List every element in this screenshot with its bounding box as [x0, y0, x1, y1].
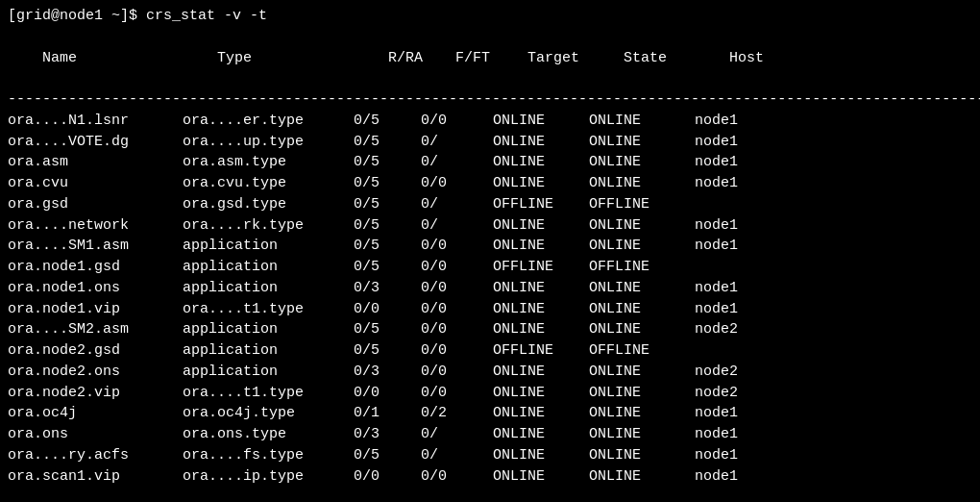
table-row: ora....N1.lsnr ora....er.type 0/5 0/0 ON…	[8, 111, 972, 132]
table-row: ora....network ora....rk.type 0/5 0/ ONL…	[8, 215, 972, 237]
command-line: [grid@node1 ~]$ crs_stat -v -t	[8, 6, 972, 27]
table-header: NameTypeR/RAF/FTTargetStateHost	[8, 27, 972, 89]
cell-target: OFFLINE	[493, 257, 589, 278]
bottom-prompt: [grid@node1 ~]$	[8, 487, 972, 502]
cell-host: node2	[695, 319, 738, 340]
cell-type: application	[183, 340, 354, 362]
cell-host: node2	[695, 362, 738, 383]
cell-fft: 0/	[421, 445, 493, 466]
cell-state: ONLINE	[589, 111, 695, 132]
cell-type: application	[183, 257, 354, 278]
cell-name: ora.node1.gsd	[8, 257, 183, 278]
cell-name: ora....VOTE.dg	[8, 132, 183, 153]
table-row: ora.node1.gsd application 0/5 0/0 OFFLIN…	[8, 257, 972, 278]
cell-rra: 0/1	[354, 403, 421, 424]
table-row: ora.asm ora.asm.type 0/5 0/ ONLINE ONLIN…	[8, 152, 972, 173]
cell-state: ONLINE	[589, 215, 695, 237]
cell-state: ONLINE	[589, 403, 695, 424]
cell-fft: 0/0	[421, 111, 493, 132]
cell-name: ora.node1.vip	[8, 299, 183, 320]
cell-name: ora.node2.gsd	[8, 340, 183, 362]
cell-state: ONLINE	[589, 152, 695, 173]
cell-type: application	[183, 278, 354, 299]
header-fft: F/FT	[455, 48, 527, 69]
cell-name: ora....SM1.asm	[8, 236, 183, 257]
cell-state: OFFLINE	[589, 194, 695, 215]
cell-type: ora.gsd.type	[183, 194, 354, 215]
cell-name: ora....SM2.asm	[8, 319, 183, 340]
cell-type: application	[183, 362, 354, 383]
table-row: ora....SM1.asm application 0/5 0/0 ONLIN…	[8, 236, 972, 257]
cell-target: ONLINE	[493, 132, 589, 153]
cell-target: ONLINE	[493, 362, 589, 383]
cell-type: application	[183, 319, 354, 340]
cell-type: ora....er.type	[183, 111, 354, 132]
cell-rra: 0/0	[354, 383, 421, 404]
table-row: ora....ry.acfs ora....fs.type 0/5 0/ ONL…	[8, 445, 972, 466]
cell-type: ora.asm.type	[183, 152, 354, 173]
cell-type: application	[183, 236, 354, 257]
cell-fft: 0/	[421, 424, 493, 445]
cell-rra: 0/5	[354, 173, 421, 194]
cell-state: OFFLINE	[589, 257, 695, 278]
cell-state: ONLINE	[589, 383, 695, 404]
cell-host: node1	[695, 445, 738, 466]
table-row: ora....SM2.asm application 0/5 0/0 ONLIN…	[8, 319, 972, 340]
cell-target: ONLINE	[493, 236, 589, 257]
cell-host: node1	[695, 466, 738, 488]
cell-name: ora.node2.ons	[8, 362, 183, 383]
cell-target: ONLINE	[493, 383, 589, 404]
table-row: ora.node2.ons application 0/3 0/0 ONLINE…	[8, 362, 972, 383]
cell-fft: 0/2	[421, 403, 493, 424]
cell-target: ONLINE	[493, 173, 589, 194]
cell-rra: 0/5	[354, 132, 421, 153]
header-target: Target	[527, 48, 624, 69]
cell-type: ora.ons.type	[183, 424, 354, 445]
cell-target: ONLINE	[493, 215, 589, 237]
cell-fft: 0/0	[421, 236, 493, 257]
cell-target: ONLINE	[493, 111, 589, 132]
cell-rra: 0/0	[354, 299, 421, 320]
cell-rra: 0/5	[354, 319, 421, 340]
cell-rra: 0/5	[354, 215, 421, 237]
table-row: ora.cvu ora.cvu.type 0/5 0/0 ONLINE ONLI…	[8, 173, 972, 194]
cell-state: ONLINE	[589, 278, 695, 299]
cell-type: ora.cvu.type	[183, 173, 354, 194]
cell-target: OFFLINE	[493, 194, 589, 215]
cell-fft: 0/0	[421, 362, 493, 383]
cell-fft: 0/0	[421, 340, 493, 362]
header-host: Host	[729, 48, 764, 69]
table-row: ora....VOTE.dg ora....up.type 0/5 0/ ONL…	[8, 132, 972, 153]
cell-state: ONLINE	[589, 299, 695, 320]
cell-target: ONLINE	[493, 466, 589, 488]
table-body: ora....N1.lsnr ora....er.type 0/5 0/0 ON…	[8, 111, 972, 488]
cell-type: ora.oc4j.type	[183, 403, 354, 424]
cell-state: ONLINE	[589, 132, 695, 153]
cell-fft: 0/	[421, 215, 493, 237]
header-rra: R/RA	[388, 48, 455, 69]
table-row: ora.node1.ons application 0/3 0/0 ONLINE…	[8, 278, 972, 299]
table-row: ora.scan1.vip ora....ip.type 0/0 0/0 ONL…	[8, 466, 972, 488]
cell-type: ora....ip.type	[183, 466, 354, 488]
header-type: Type	[217, 48, 388, 69]
cell-rra: 0/3	[354, 424, 421, 445]
cell-type: ora....rk.type	[183, 215, 354, 237]
cell-state: ONLINE	[589, 319, 695, 340]
cell-state: ONLINE	[589, 466, 695, 488]
cell-fft: 0/	[421, 132, 493, 153]
table-row: ora.node1.vip ora....t1.type 0/0 0/0 ONL…	[8, 299, 972, 320]
cell-type: ora....t1.type	[183, 299, 354, 320]
cell-target: ONLINE	[493, 445, 589, 466]
cell-host: node1	[695, 424, 738, 445]
cell-type: ora....up.type	[183, 132, 354, 153]
table-row: ora.node2.vip ora....t1.type 0/0 0/0 ONL…	[8, 383, 972, 404]
cell-host: node1	[695, 236, 738, 257]
terminal: [grid@node1 ~]$ crs_stat -v -t NameTypeR…	[0, 0, 980, 502]
cell-target: ONLINE	[493, 299, 589, 320]
cell-state: ONLINE	[589, 445, 695, 466]
cell-host: node1	[695, 278, 738, 299]
cell-rra: 0/5	[354, 445, 421, 466]
cell-host: node1	[695, 173, 738, 194]
cell-name: ora.ons	[8, 424, 183, 445]
cell-state: ONLINE	[589, 424, 695, 445]
